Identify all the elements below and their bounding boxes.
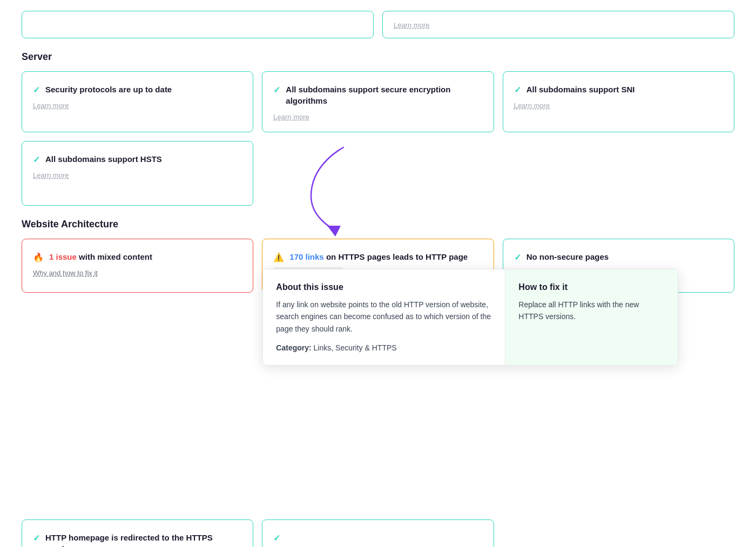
card-mixed-content: 🔥 1 issue with mixed content Why and how… [22, 239, 253, 293]
learn-more-security-protocols[interactable]: Learn more [33, 102, 69, 110]
server-section-title: Server [22, 51, 734, 63]
card-http-links-header: ⚠️ 170 links on HTTPS pages leads to HTT… [273, 251, 482, 262]
card-subdomains-sni-header: ✓ All subdomains support SNI [514, 84, 723, 95]
card-security-protocols-title: Security protocols are up to date [45, 84, 172, 95]
arch-bottom-spacer [503, 519, 734, 547]
top-card-2-learn-more[interactable]: Learn more [394, 21, 429, 29]
top-partial-cards: Learn more [22, 11, 734, 38]
website-architecture-section: Website Architecture 🔥 1 issue with mixe… [22, 219, 734, 547]
card-bottom-2-header: ✓ [273, 532, 482, 543]
check-icon-bottom-2: ✓ [273, 533, 280, 543]
card-security-protocols-header: ✓ Security protocols are up to date [33, 84, 242, 95]
card-bottom-2: ✓ [262, 519, 494, 547]
tooltip-category-value: Links, Security & HTTPS [314, 343, 397, 352]
server-cards-row2: ✓ All subdomains support HSTS Learn more [22, 141, 734, 206]
card-subdomains-sni-title: All subdomains support SNI [526, 84, 635, 95]
warning-icon-links: ⚠️ [273, 252, 284, 262]
issue-count-mixed: 1 issue [49, 252, 77, 261]
card-subdomains-hsts-header: ✓ All subdomains support HSTS [33, 153, 242, 165]
card-mixed-content-title: 1 issue with mixed content [49, 251, 152, 262]
card-security-protocols: ✓ Security protocols are up to date Lear… [22, 71, 253, 132]
check-icon-encryption: ✓ [273, 85, 280, 95]
card-subdomains-hsts: ✓ All subdomains support HSTS Learn more [22, 141, 253, 206]
server-cards-row1: ✓ Security protocols are up to date Lear… [22, 71, 734, 132]
tooltip-about-title: About this issue [276, 282, 492, 292]
link-suffix-http: on HTTPS pages leads to HTTP page [326, 252, 468, 261]
card-http-links: ⚠️ 170 links on HTTPS pages leads to HTT… [262, 239, 494, 293]
check-icon-security: ✓ [33, 85, 40, 95]
fire-icon-mixed: 🔥 [33, 252, 44, 262]
tooltip-category: Category: Links, Security & HTTPS [276, 343, 492, 352]
card-http-homepage-header: ✓ HTTP homepage is redirected to the HTT… [33, 532, 242, 547]
card-http-homepage: ✓ HTTP homepage is redirected to the HTT… [22, 519, 253, 547]
link-count-170: 170 links [289, 252, 323, 261]
website-architecture-title: Website Architecture [22, 219, 734, 230]
card-http-homepage-title: HTTP homepage is redirected to the HTTPS… [45, 532, 242, 547]
tooltip-right-panel: How to fix it Replace all HTTP links wit… [505, 269, 678, 365]
why-fix-mixed-content[interactable]: Why and how to fix it [33, 269, 98, 277]
card-subdomains-encryption-header: ✓ All subdomains support secure encrypti… [273, 84, 482, 106]
check-icon-sni: ✓ [514, 85, 521, 95]
top-card-1 [22, 11, 374, 38]
learn-more-encryption[interactable]: Learn more [273, 113, 309, 121]
tooltip-category-label: Category: [276, 343, 311, 352]
page-container: Learn more Server ✓ Security protocols a… [0, 0, 756, 547]
card-subdomains-hsts-title: All subdomains support HSTS [45, 153, 162, 165]
server-section: Server ✓ Security protocols are up to da… [22, 51, 734, 206]
tooltip-how-title: How to fix it [518, 282, 665, 292]
tooltip-popup: About this issue If any link on website … [262, 269, 678, 366]
arch-bottom-row: ✓ HTTP homepage is redirected to the HTT… [22, 519, 734, 547]
tooltip-how-body: Replace all HTTP links with the new HTTP… [518, 299, 665, 323]
arch-top-row: 🔥 1 issue with mixed content Why and how… [22, 239, 734, 293]
tooltip-left-panel: About this issue If any link on website … [263, 269, 505, 365]
card-mixed-content-header: 🔥 1 issue with mixed content [33, 251, 242, 262]
card-subdomains-sni: ✓ All subdomains support SNI Learn more [503, 71, 734, 132]
check-icon-http-homepage: ✓ [33, 533, 40, 543]
check-icon-no-non-secure: ✓ [514, 252, 521, 262]
card-no-non-secure-header: ✓ No non-secure pages [514, 251, 723, 262]
top-card-2: Learn more [382, 11, 734, 38]
issue-suffix-mixed: with mixed content [79, 252, 152, 261]
tooltip-about-body: If any link on website points to the old… [276, 299, 492, 335]
learn-more-hsts[interactable]: Learn more [33, 171, 69, 179]
learn-more-sni[interactable]: Learn more [514, 102, 550, 110]
check-icon-hsts: ✓ [33, 154, 40, 165]
card-subdomains-encryption-title: All subdomains support secure encryption… [286, 84, 482, 106]
card-no-non-secure-title: No non-secure pages [526, 251, 609, 262]
card-subdomains-encryption: ✓ All subdomains support secure encrypti… [262, 71, 494, 132]
card-http-links-title: 170 links on HTTPS pages leads to HTTP p… [289, 251, 468, 262]
